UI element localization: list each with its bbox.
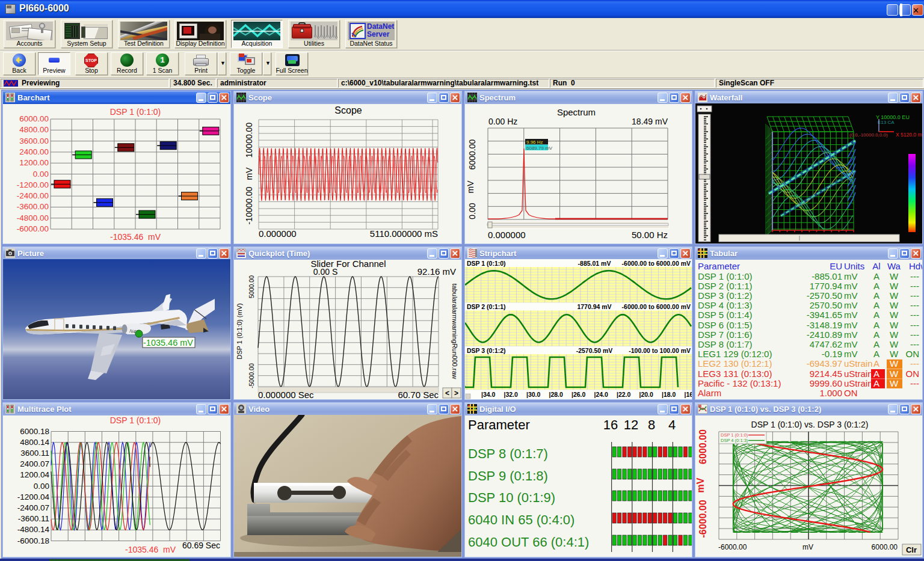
svg-text:mV: mV (244, 167, 254, 180)
svg-text:Clr: Clr (906, 545, 917, 554)
svg-text:60.69 Sec: 60.69 Sec (182, 541, 220, 550)
svg-text:A: A (873, 290, 879, 301)
svg-text:-4800.14: -4800.14 (17, 525, 50, 534)
svg-text:DSP 1 (0:1:0): DSP 1 (0:1:0) (110, 415, 161, 425)
svg-text:-1035.46 mV: -1035.46 mV (143, 338, 193, 348)
svg-text:-2400.00: -2400.00 (17, 191, 49, 200)
svg-text:|34.0: |34.0 (481, 391, 496, 398)
svg-text:W: W (890, 378, 899, 388)
svg-text:-6000.00 to 6000.00 mV: -6000.00 to 6000.00 mV (622, 260, 691, 267)
svg-text:Hdw: Hdw (909, 261, 922, 271)
svg-text:1770.94: 1770.94 (810, 281, 842, 291)
svg-text:DSP 9 (0:1:8): DSP 9 (0:1:8) (468, 468, 548, 483)
svg-text:ON: ON (844, 388, 858, 398)
svg-text:-885.01: -885.01 (812, 271, 842, 281)
svg-text:1200.00: 1200.00 (19, 158, 49, 167)
svg-text:A: A (873, 300, 879, 310)
svg-text:-3600.00: -3600.00 (17, 202, 49, 211)
svg-text:Scope: Scope (334, 105, 362, 115)
svg-text:-6000.00: -6000.00 (718, 543, 747, 551)
svg-text:mV: mV (466, 180, 475, 194)
svg-text:Units: Units (844, 261, 864, 271)
svg-text:DSP 6 (0:1:5): DSP 6 (0:1:5) (698, 320, 753, 330)
svg-text:W: W (890, 320, 899, 330)
svg-text:-1200.00: -1200.00 (17, 180, 49, 189)
svg-text:10000.00: 10000.00 (244, 123, 254, 158)
svg-text:Alarm: Alarm (698, 388, 721, 398)
svg-text:W: W (890, 358, 899, 369)
svg-text:-10000.00: -10000.00 (244, 186, 254, 224)
svg-text:DSP 4 (0:1:3): DSP 4 (0:1:3) (721, 438, 748, 443)
svg-text:|32.0: |32.0 (504, 391, 519, 398)
svg-text:0.000000: 0.000000 (488, 230, 526, 240)
svg-text:-6000.00: -6000.00 (698, 500, 708, 538)
svg-text:-6000.00 to 6000.00 mV: -6000.00 to 6000.00 mV (622, 303, 691, 310)
svg-text:W: W (890, 271, 899, 281)
svg-text:0.00 Hz: 0.00 Hz (488, 117, 517, 126)
svg-text:A: A (873, 330, 879, 340)
svg-text:A: A (873, 339, 879, 349)
svg-text:4800.14: 4800.14 (20, 438, 49, 447)
svg-text:1770.94 mV: 1770.94 mV (577, 303, 611, 310)
svg-text:0.00: 0.00 (33, 170, 49, 179)
svg-text:Parameter: Parameter (468, 417, 530, 432)
svg-text:DSP 1 (0:1:0): DSP 1 (0:1:0) (467, 260, 506, 267)
svg-text:---: --- (910, 339, 919, 349)
svg-text:---: --- (910, 358, 919, 369)
svg-text:W: W (890, 330, 899, 340)
svg-text:6000.00: 6000.00 (698, 429, 708, 464)
svg-text:uStrain: uStrain (844, 378, 873, 388)
svg-text:mV: mV (695, 477, 706, 492)
svg-text:mV: mV (844, 330, 858, 340)
svg-text:6000.18: 6000.18 (20, 427, 49, 436)
svg-text:DSP 3 (0:1:2): DSP 3 (0:1:2) (698, 290, 753, 301)
svg-text:mV: mV (802, 543, 813, 551)
svg-text:W: W (890, 281, 899, 291)
svg-text:-100.00 to 100.00 mV: -100.00 to 100.00 mV (629, 347, 691, 354)
svg-text:W: W (890, 349, 899, 359)
svg-text:2400.00: 2400.00 (19, 147, 49, 156)
svg-text:W: W (890, 310, 899, 320)
svg-text:DSP 1 (0:1:0): DSP 1 (0:1:0) (721, 432, 748, 438)
svg-text:---: --- (910, 300, 919, 310)
svg-text:DSP 1 (0:1:0): DSP 1 (0:1:0) (110, 107, 161, 117)
svg-text:3600.00: 3600.00 (19, 136, 49, 146)
svg-text:6000.00: 6000.00 (467, 139, 477, 170)
svg-text:|16: |16 (685, 391, 692, 398)
svg-text:mV: mV (844, 320, 858, 330)
svg-text:|20.0: |20.0 (639, 391, 654, 398)
svg-text:ON: ON (906, 349, 920, 359)
svg-text:Parameter: Parameter (698, 261, 740, 271)
svg-text:-1035.46 mV: -1035.46 mV (125, 545, 176, 554)
svg-text:mV: mV (844, 281, 858, 291)
svg-text:-2400.07: -2400.07 (17, 503, 49, 512)
svg-text:9999.60: 9999.60 (810, 378, 842, 388)
svg-text:A: A (873, 369, 879, 379)
svg-text:|26.0: |26.0 (571, 391, 586, 398)
svg-text:<: < (445, 389, 449, 397)
svg-text:mV: mV (844, 300, 858, 310)
svg-text:mV: mV (844, 339, 858, 349)
svg-text:---: --- (910, 378, 919, 388)
svg-text:E13 CA: E13 CA (878, 120, 895, 125)
svg-text:-3600.11: -3600.11 (18, 514, 49, 523)
svg-text:LEG3 131 (0:13:0): LEG3 131 (0:13:0) (698, 369, 772, 379)
svg-text:EU: EU (830, 261, 842, 271)
svg-text:---: --- (910, 281, 919, 291)
svg-text:LEG2 130 (0:12:1): LEG2 130 (0:12:1) (698, 358, 772, 369)
svg-text:DSP 8 (0:1:7): DSP 8 (0:1:7) (468, 446, 548, 461)
svg-text:LEG1 129 (0:12:0): LEG1 129 (0:12:0) (698, 349, 772, 359)
svg-text:-0.19: -0.19 (822, 349, 842, 359)
svg-text:-6943.97: -6943.97 (807, 358, 842, 369)
svg-text:-4800.00: -4800.00 (17, 213, 49, 222)
svg-text:DSP 4 (0:1:3): DSP 4 (0:1:3) (698, 300, 753, 310)
svg-text:|22.0: |22.0 (617, 391, 631, 398)
svg-text:4747.62: 4747.62 (810, 339, 842, 349)
svg-text:W: W (890, 369, 899, 379)
svg-text:9.96 Hz: 9.96 Hz (526, 139, 543, 145)
svg-text:9214.45: 9214.45 (810, 369, 842, 379)
svg-text:>: > (454, 389, 458, 397)
svg-text:uStrain: uStrain (844, 358, 873, 369)
svg-text:-3148.19: -3148.19 (807, 320, 842, 330)
svg-text:|28.0: |28.0 (549, 391, 564, 398)
